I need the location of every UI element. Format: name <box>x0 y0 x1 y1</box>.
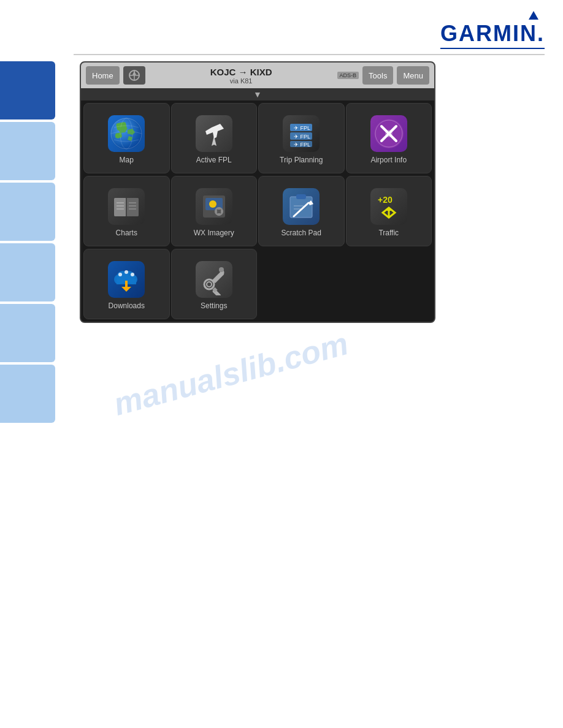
top-bar: GARMIN. <box>0 0 563 55</box>
svg-text:+20: +20 <box>378 195 393 205</box>
airport-info-label: Airport Info <box>370 156 407 164</box>
sidebar <box>0 61 64 423</box>
charts-tile[interactable]: Charts <box>83 176 170 246</box>
wx-imagery-tile[interactable]: WX Imagery <box>171 176 258 246</box>
downloads-tile[interactable]: Downloads <box>83 249 170 319</box>
sidebar-tab-6[interactable] <box>0 365 55 423</box>
sidebar-tab-1[interactable] <box>0 61 55 119</box>
settings-tile[interactable]: Settings <box>171 249 258 319</box>
route-main: KOJC → KIXD <box>149 67 334 77</box>
svg-rect-35 <box>221 210 223 213</box>
scratch-pad-icon <box>283 188 320 225</box>
svg-rect-34 <box>215 210 217 213</box>
app-grid-row2: Charts WX Imag <box>81 176 434 249</box>
settings-svg <box>198 264 230 295</box>
svg-point-55 <box>124 270 128 274</box>
charts-icon <box>108 188 145 225</box>
svg-rect-38 <box>296 194 306 199</box>
map-tile[interactable]: Map <box>83 103 170 173</box>
airport-info-tile[interactable]: Airport Info <box>346 103 432 173</box>
map-globe <box>110 118 142 150</box>
sidebar-tab-2[interactable] <box>0 122 55 180</box>
ads-badge: ADS-B <box>337 72 359 79</box>
active-fpl-icon <box>196 115 232 152</box>
svg-rect-32 <box>218 207 220 210</box>
airport-info-svg <box>373 118 405 150</box>
empty-tile-2 <box>346 249 432 319</box>
svg-point-31 <box>216 209 221 214</box>
tools-button[interactable]: Tools <box>362 66 393 85</box>
watermark: manualslib.com <box>110 325 352 423</box>
svg-point-29 <box>209 200 216 208</box>
active-fpl-label: Active FPL <box>196 156 232 164</box>
svg-point-56 <box>131 273 134 276</box>
charts-label: Charts <box>116 229 137 237</box>
svg-point-54 <box>118 273 122 276</box>
active-fpl-svg <box>198 118 230 150</box>
settings-label: Settings <box>201 301 227 310</box>
svg-text:✈ FPL: ✈ FPL <box>294 142 310 148</box>
map-label: Map <box>120 156 134 164</box>
downloads-label: Downloads <box>109 301 145 310</box>
scratch-pad-label: Scratch Pad <box>282 229 321 237</box>
direct-to-button[interactable] <box>123 66 145 85</box>
nav-bar: Home KOJC → KIXD via K81 ADS-B Tools Men… <box>81 63 434 88</box>
svg-point-4 <box>111 118 142 149</box>
sidebar-tab-4[interactable] <box>0 243 55 301</box>
sidebar-tab-5[interactable] <box>0 304 55 362</box>
empty-tile-1 <box>258 249 345 319</box>
trip-planning-label: Trip Planning <box>280 156 323 164</box>
sidebar-tab-3[interactable] <box>0 183 55 241</box>
garmin-dot: . <box>537 21 545 47</box>
home-button[interactable]: Home <box>86 66 120 85</box>
svg-rect-18 <box>114 198 126 216</box>
wx-imagery-icon <box>196 188 232 225</box>
traffic-label: Traffic <box>378 229 399 237</box>
page-divider <box>74 54 545 55</box>
airport-info-icon <box>370 115 407 152</box>
menu-button[interactable]: Menu <box>397 66 429 85</box>
device-frame: Home KOJC → KIXD via K81 ADS-B Tools Men… <box>80 61 435 323</box>
svg-text:✈ FPL: ✈ FPL <box>294 134 310 140</box>
svg-rect-19 <box>126 198 139 216</box>
svg-point-60 <box>204 279 214 289</box>
garmin-logo: GARMIN. <box>440 11 545 49</box>
downloads-svg <box>110 264 142 295</box>
svg-point-61 <box>207 282 212 287</box>
settings-icon <box>196 261 232 298</box>
traffic-svg: +20 <box>373 191 405 222</box>
direct-to-icon <box>128 69 140 82</box>
map-icon <box>108 115 145 152</box>
trip-planning-icon: ✈ FPL ✈ FPL ✈ FPL <box>283 115 320 152</box>
scratch-pad-svg <box>285 191 317 222</box>
nav-route: KOJC → KIXD via K81 <box>149 67 334 85</box>
svg-marker-3 <box>132 71 136 75</box>
nav-arrow: ▼ <box>81 88 434 100</box>
svg-text:✈ FPL: ✈ FPL <box>294 125 310 131</box>
trip-planning-tile[interactable]: ✈ FPL ✈ FPL ✈ FPL Trip Planning <box>258 103 345 173</box>
route-via: via K81 <box>149 77 334 85</box>
wx-imagery-label: WX Imagery <box>194 229 234 237</box>
garmin-triangle-icon <box>529 11 538 20</box>
traffic-icon: +20 <box>370 188 407 225</box>
active-fpl-tile[interactable]: Active FPL <box>171 103 258 173</box>
svg-rect-36 <box>290 197 312 218</box>
wx-imagery-svg <box>198 191 230 222</box>
traffic-tile[interactable]: +20 Traffic <box>346 176 432 246</box>
app-grid-row1: Map Active FPL ✈ FPL ✈ FPL <box>81 100 434 176</box>
scratch-pad-tile[interactable]: Scratch Pad <box>258 176 345 246</box>
logo-underline <box>440 48 545 49</box>
trip-planning-svg: ✈ FPL ✈ FPL ✈ FPL <box>285 118 317 150</box>
charts-svg <box>110 191 142 222</box>
svg-point-16 <box>385 130 393 137</box>
downloads-icon <box>108 261 145 298</box>
svg-marker-53 <box>121 287 131 292</box>
map-globe-svg <box>110 118 142 150</box>
svg-point-57 <box>219 267 224 272</box>
garmin-brand-text: GARMIN <box>440 21 537 47</box>
svg-rect-33 <box>218 213 220 216</box>
app-grid-row3: Downloads Settings <box>81 249 434 322</box>
